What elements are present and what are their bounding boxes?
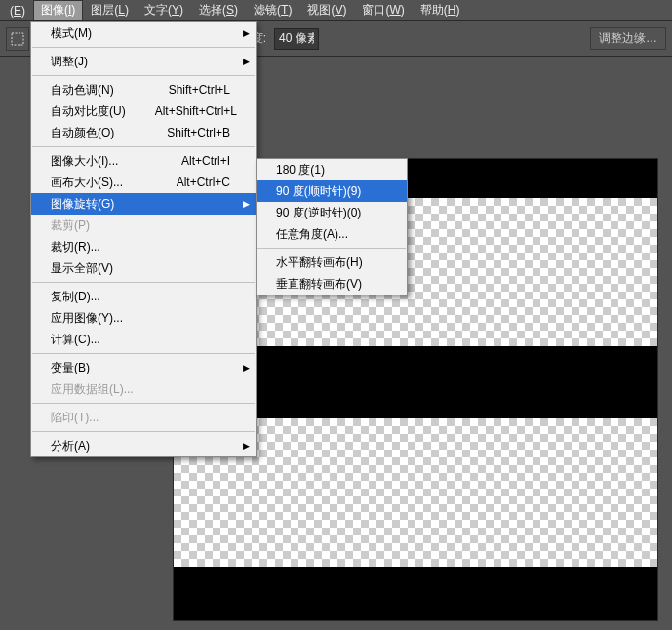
image-menu-separator [32,282,255,283]
image-menu[interactable]: 模式(M)调整(J)自动色调(N)Shift+Ctrl+L自动对比度(U)Alt… [30,21,257,457]
refine-edge-button[interactable]: 调整边缘… [590,27,666,50]
rotation-submenu-separator [257,248,406,249]
rotation-submenu-item-6[interactable]: 垂直翻转画布(V) [257,273,407,295]
image-menu-item-shortcut: Alt+Ctrl+I [152,154,230,168]
image-menu-item-label: 模式(M) [51,25,92,42]
rotation-submenu-item-0[interactable]: 180 度(1) [257,159,407,180]
menubar-item-5[interactable]: 滤镜(T) [246,0,299,20]
image-menu-item-20: 应用数据组(L)... [31,378,256,400]
image-menu-item-label: 图像旋转(G) [51,196,114,213]
image-menu-item-label: 裁切(R)... [51,239,100,256]
image-menu-item-label: 画布大小(S)... [51,175,123,191]
image-menu-item-label: 调整(J) [51,54,88,70]
image-menu-item-shortcut: Alt+Ctrl+C [147,176,230,189]
image-menu-item-5[interactable]: 自动对比度(U)Alt+Shift+Ctrl+L [31,100,256,122]
image-menu-item-label: 计算(C)... [51,332,100,348]
image-menu-item-4[interactable]: 自动色调(N)Shift+Ctrl+L [31,79,256,100]
image-menu-item-16[interactable]: 应用图像(Y)... [31,307,256,329]
image-menu-item-2[interactable]: 调整(J) [31,51,256,72]
menubar-item-8[interactable]: 帮助(H) [413,0,468,20]
image-menu-item-22: 陷印(T)... [31,407,256,428]
image-menu-item-shortcut: Alt+Shift+Ctrl+L [126,104,237,118]
rotation-submenu-item-label: 90 度(逆时针)(0) [276,205,361,221]
rotation-submenu-item-label: 垂直翻转画布(V) [276,276,362,293]
image-menu-separator [32,146,255,147]
image-menu-item-24[interactable]: 分析(A) [31,435,256,456]
image-menu-item-12[interactable]: 裁切(R)... [31,236,256,257]
image-menu-item-9[interactable]: 画布大小(S)...Alt+Ctrl+C [31,172,256,193]
image-menu-item-10[interactable]: 图像旋转(G) [31,193,256,215]
image-menu-item-label: 自动对比度(U) [51,103,126,120]
rotation-submenu-item-1[interactable]: 90 度(顺时针)(9) [257,180,407,202]
image-menu-item-19[interactable]: 变量(B) [31,357,256,378]
image-menu-separator [32,403,255,404]
rotation-submenu-item-5[interactable]: 水平翻转画布(H) [257,252,407,273]
svg-rect-0 [12,33,23,45]
image-menu-item-6[interactable]: 自动颜色(O)Shift+Ctrl+B [31,122,256,143]
image-rotation-submenu[interactable]: 180 度(1)90 度(顺时针)(9)90 度(逆时针)(0)任意角度(A).… [256,158,408,295]
image-menu-item-label: 陷印(T)... [51,410,99,426]
image-menu-item-label: 自动颜色(O) [51,125,114,141]
image-menu-separator [32,431,255,432]
menubar: (E)图像(I)图层(L)文字(Y)选择(S)滤镜(T)视图(V)窗口(W)帮助… [0,0,672,21]
image-menu-item-label: 自动色调(N) [51,82,114,98]
image-menu-item-label: 图像大小(I)... [51,153,118,170]
rotation-submenu-item-2[interactable]: 90 度(逆时针)(0) [257,202,407,223]
rotation-submenu-item-label: 90 度(顺时针)(9) [276,183,361,200]
rotation-submenu-item-label: 任意角度(A)... [276,226,348,243]
rotation-submenu-item-label: 180 度(1) [276,162,325,178]
marquee-tool-icon[interactable] [6,27,29,51]
image-menu-item-0[interactable]: 模式(M) [31,22,256,44]
rotation-submenu-item-3[interactable]: 任意角度(A)... [257,223,407,245]
image-menu-item-label: 应用图像(Y)... [51,310,123,327]
image-menu-item-17[interactable]: 计算(C)... [31,329,256,350]
rotation-submenu-item-label: 水平翻转画布(H) [276,255,363,271]
menubar-item-2[interactable]: 图层(L) [83,0,137,20]
menubar-item-6[interactable]: 视图(V) [299,0,354,20]
image-menu-separator [32,75,255,76]
image-menu-item-label: 分析(A) [51,438,90,454]
menubar-item-4[interactable]: 选择(S) [191,0,246,20]
image-menu-item-label: 裁剪(P) [51,217,90,234]
image-menu-item-8[interactable]: 图像大小(I)...Alt+Ctrl+I [31,150,256,172]
menubar-item-7[interactable]: 窗口(W) [354,0,412,20]
image-menu-item-11: 裁剪(P) [31,215,256,236]
image-menu-item-label: 变量(B) [51,360,90,376]
dashed-rect-icon [10,31,25,47]
image-menu-separator [32,47,255,48]
image-menu-item-label: 复制(D)... [51,289,100,305]
image-menu-item-label: 显示全部(V) [51,260,113,277]
menubar-item-0[interactable]: (E) [2,2,33,20]
menubar-item-1[interactable]: 图像(I) [33,0,83,20]
image-menu-item-15[interactable]: 复制(D)... [31,286,256,307]
image-menu-item-label: 应用数据组(L)... [51,381,134,398]
height-input[interactable] [274,28,319,50]
image-menu-item-13[interactable]: 显示全部(V) [31,257,256,279]
image-menu-item-shortcut: Shift+Ctrl+B [138,126,230,139]
image-menu-item-shortcut: Shift+Ctrl+L [139,83,230,97]
menubar-item-3[interactable]: 文字(Y) [137,0,191,20]
image-menu-separator [32,353,255,354]
